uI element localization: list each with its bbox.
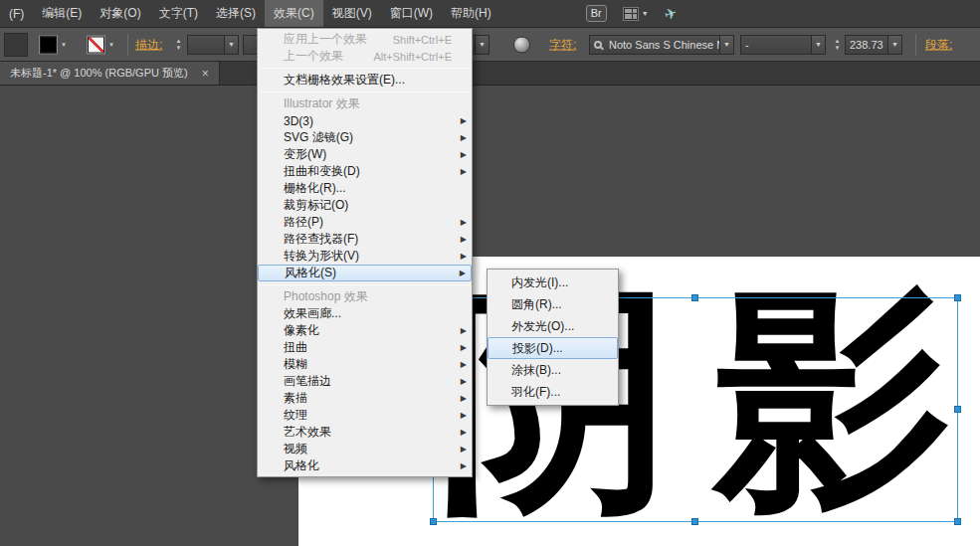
- menu-item-label: 转换为形状(V): [284, 248, 452, 265]
- font-size-stepper[interactable]: ▲ ▼: [832, 35, 843, 55]
- menu-item-label: 栅格化(R)...: [284, 180, 452, 197]
- font-style-select[interactable]: - ▼: [740, 35, 826, 55]
- effect-menu-item[interactable]: 效果画廊...: [258, 305, 472, 322]
- menu-item-label: 视频: [284, 441, 452, 457]
- menu-separator: [260, 91, 470, 92]
- submenu-arrow-icon: ▶: [461, 360, 467, 369]
- stepper-down-icon[interactable]: ▼: [173, 45, 184, 51]
- menu-item-label: 内发光(I)...: [511, 274, 604, 291]
- menu-separator: [260, 284, 470, 285]
- paragraph-panel-link[interactable]: 段落:: [925, 36, 952, 53]
- menu-item-label: 画笔描边: [284, 373, 452, 390]
- stepper-up-icon[interactable]: ▲: [832, 38, 843, 44]
- menubar-item[interactable]: 帮助(H): [442, 0, 500, 27]
- stroke-panel-link[interactable]: 描边:: [135, 36, 162, 53]
- workspace-switcher[interactable]: ▼: [623, 7, 649, 21]
- menu-item-label: 涂抹(B)...: [511, 362, 604, 379]
- menubar-item[interactable]: 窗口(W): [381, 0, 442, 27]
- menu-item-label: SVG 滤镜(G): [284, 129, 452, 146]
- stepper-up-icon[interactable]: ▲: [173, 38, 184, 44]
- character-panel-link[interactable]: 字符:: [549, 36, 576, 53]
- effect-menu-item[interactable]: 路径查找器(F)▶: [258, 231, 472, 248]
- menubar-item[interactable]: (F): [0, 0, 33, 27]
- chevron-down-icon: ▼: [642, 10, 649, 17]
- share-icon[interactable]: ✈: [662, 3, 680, 24]
- stylize-submenu-item[interactable]: 外发光(O)...: [488, 315, 618, 337]
- menu-item-label: 圆角(R)...: [511, 296, 604, 313]
- font-family-select[interactable]: Noto Sans S Chinese M ▼: [589, 35, 734, 55]
- stylize-submenu-item[interactable]: 投影(D)...: [488, 337, 618, 359]
- effect-menu-item[interactable]: 风格化▶: [258, 457, 472, 474]
- effect-menu-item[interactable]: 裁剪标记(O): [258, 197, 472, 214]
- menubar-item[interactable]: 视图(V): [323, 0, 381, 27]
- menu-item-label: 外发光(O)...: [511, 318, 604, 335]
- effect-menu-item[interactable]: 艺术效果▶: [258, 424, 472, 441]
- effect-menu-item[interactable]: 风格化(S)▶: [258, 265, 472, 281]
- effect-menu-item[interactable]: 路径(P)▶: [258, 214, 472, 231]
- effect-menu-item[interactable]: 扭曲▶: [258, 339, 472, 356]
- stylize-submenu-item[interactable]: 圆角(R)...: [488, 293, 618, 315]
- stroke-weight-select[interactable]: ▼: [187, 35, 239, 55]
- submenu-arrow-icon: ▶: [461, 116, 467, 125]
- effect-menu-item: Photoshop 效果: [258, 288, 472, 305]
- chevron-down-icon[interactable]: ▼: [224, 36, 238, 54]
- menu-item-label: 应用上一个效果: [284, 31, 383, 48]
- document-tab[interactable]: 未标题-1* @ 100% (RGB/GPU 预览) ×: [0, 62, 220, 85]
- selection-handle[interactable]: [691, 294, 698, 301]
- chevron-down-icon[interactable]: ▼: [719, 36, 733, 54]
- menu-item-shortcut: Alt+Shift+Ctrl+E: [373, 51, 452, 63]
- effect-menu-item[interactable]: 扭曲和变换(D)▶: [258, 163, 472, 180]
- close-icon[interactable]: ×: [202, 68, 209, 80]
- effect-menu-item[interactable]: 画笔描边▶: [258, 373, 472, 390]
- font-size-select[interactable]: 238.73 ▼: [845, 35, 902, 55]
- document-tab-bar: 未标题-1* @ 100% (RGB/GPU 预览) ×: [0, 62, 980, 86]
- submenu-arrow-icon: ▶: [461, 343, 467, 352]
- menu-item-label: 艺术效果: [284, 424, 452, 441]
- selection-handle[interactable]: [691, 518, 698, 525]
- menubar-item[interactable]: 效果(C): [265, 0, 323, 27]
- recolor-artwork-icon[interactable]: [513, 36, 530, 53]
- effect-menu-item[interactable]: 3D(3)▶: [258, 112, 472, 129]
- stepper-down-icon[interactable]: ▼: [832, 45, 843, 51]
- effect-menu-item[interactable]: 模糊▶: [258, 356, 472, 373]
- effect-menu-item[interactable]: 栅格化(R)...: [258, 180, 472, 197]
- stroke-dropdown-arrow-icon[interactable]: ▼: [108, 42, 114, 48]
- fill-color-swatch[interactable]: [40, 36, 57, 53]
- fill-dropdown-arrow-icon[interactable]: ▼: [61, 42, 67, 48]
- bridge-button[interactable]: Br: [586, 5, 607, 22]
- menubar-extras: Br ▼ ✈: [586, 0, 678, 27]
- effect-menu-item[interactable]: 纹理▶: [258, 407, 472, 424]
- effect-menu-item[interactable]: 变形(W)▶: [258, 146, 472, 163]
- chevron-down-icon[interactable]: ▼: [887, 36, 901, 54]
- submenu-arrow-icon: ▶: [461, 167, 467, 176]
- menu-item-label: 投影(D)...: [512, 340, 603, 357]
- selection-handle[interactable]: [954, 294, 961, 301]
- menu-item-label: 风格化(S): [285, 265, 451, 281]
- menu-item-label: 模糊: [284, 356, 452, 373]
- stylize-submenu: 内发光(I)...圆角(R)...外发光(O)...投影(D)...涂抹(B).…: [487, 269, 619, 406]
- menubar-item[interactable]: 文字(T): [150, 0, 207, 27]
- stroke-weight-stepper[interactable]: ▲ ▼: [173, 35, 184, 55]
- stylize-submenu-item[interactable]: 羽化(F)...: [488, 381, 618, 403]
- effect-menu-item[interactable]: 像素化▶: [258, 322, 472, 339]
- submenu-arrow-icon: ▶: [461, 326, 467, 335]
- effect-menu-item[interactable]: SVG 滤镜(G)▶: [258, 129, 472, 146]
- selection-handle[interactable]: [954, 518, 961, 525]
- menubar-item[interactable]: 编辑(E): [33, 0, 91, 27]
- effect-menu-item[interactable]: 文档栅格效果设置(E)...: [258, 72, 472, 89]
- menu-item-label: 扭曲和变换(D): [284, 163, 452, 180]
- submenu-arrow-icon: ▶: [461, 133, 467, 142]
- stroke-color-swatch[interactable]: [88, 36, 104, 53]
- selection-handle[interactable]: [954, 406, 961, 413]
- chevron-down-icon[interactable]: ▼: [475, 36, 489, 54]
- effect-menu-item[interactable]: 转换为形状(V)▶: [258, 248, 472, 265]
- effect-menu-item[interactable]: 视频▶: [258, 441, 472, 457]
- submenu-arrow-icon: ▶: [461, 252, 467, 261]
- chevron-down-icon[interactable]: ▼: [811, 36, 825, 54]
- stylize-submenu-item[interactable]: 涂抹(B)...: [488, 359, 618, 381]
- selection-handle[interactable]: [430, 518, 437, 525]
- stylize-submenu-item[interactable]: 内发光(I)...: [488, 272, 618, 293]
- menubar-item[interactable]: 对象(O): [91, 0, 149, 27]
- menubar-item[interactable]: 选择(S): [207, 0, 265, 27]
- effect-menu-item[interactable]: 素描▶: [258, 390, 472, 407]
